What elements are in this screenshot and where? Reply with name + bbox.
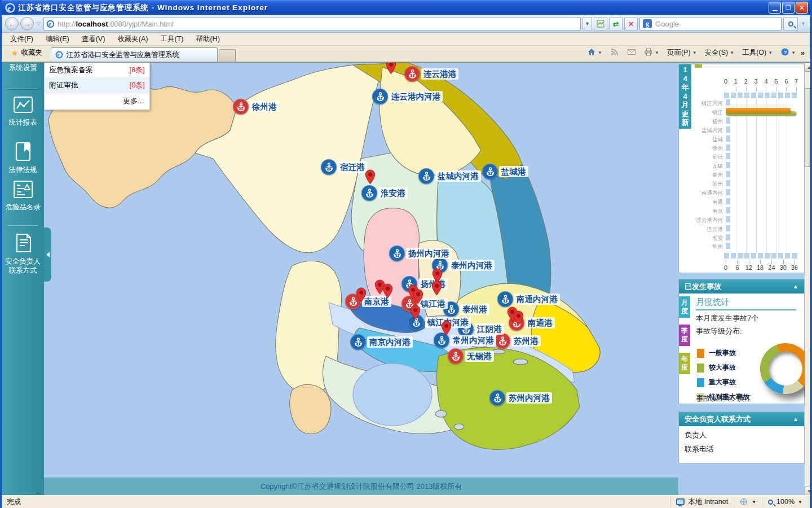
- restore-button[interactable]: ❐: [782, 2, 795, 14]
- port-anchor-icon[interactable]: [389, 246, 405, 261]
- sidebar-item-2[interactable]: 法律法规: [2, 142, 44, 174]
- scroll-down-button[interactable]: ▼: [805, 487, 810, 495]
- port-label[interactable]: 连云港内河港: [389, 91, 443, 102]
- port-label[interactable]: 江阴港: [475, 323, 504, 335]
- port-anchor-icon[interactable]: [448, 348, 464, 364]
- search-input[interactable]: g Google: [639, 17, 782, 30]
- port-label[interactable]: 南通内河港: [514, 294, 560, 305]
- page-scrollbar[interactable]: ▲ ▼: [805, 63, 810, 495]
- collapse-arrow-icon[interactable]: ▲: [793, 416, 798, 422]
- province-map[interactable]: 徐州港连云港港连云港内河港宿迁港淮安港盐城内河港盐城港扬州内河港泰州内河港扬州港…: [44, 63, 678, 478]
- read-mail-button[interactable]: [624, 46, 639, 59]
- port-label[interactable]: 常州内河港: [451, 335, 496, 346]
- zoom-control[interactable]: 100% ▼: [762, 497, 808, 507]
- port-label[interactable]: 扬州内河港: [406, 248, 452, 259]
- collapse-arrow-icon[interactable]: ▲: [793, 283, 798, 290]
- chart-zero-stub: [726, 153, 730, 159]
- safety-menu-button[interactable]: 安全(S)▼: [702, 47, 738, 59]
- port-label[interactable]: 盐城内河港: [435, 170, 481, 182]
- feeds-button[interactable]: [607, 46, 622, 59]
- incident-pin-icon[interactable]: [431, 281, 443, 296]
- incident-pin-icon[interactable]: [382, 283, 394, 299]
- incident-pin-icon[interactable]: [409, 305, 421, 320]
- legend-item-0: 一般事故: [697, 348, 736, 358]
- legend-color-chip: [697, 378, 704, 387]
- port-label[interactable]: 苏州内河港: [506, 392, 552, 404]
- port-label[interactable]: 徐州港: [250, 101, 279, 112]
- contact-panel-header[interactable]: 安全负责人联系方式 ▲: [679, 412, 804, 426]
- port-anchor-icon[interactable]: [321, 159, 337, 175]
- new-tab-stub[interactable]: [219, 49, 236, 62]
- history-dropdown-icon[interactable]: ▽: [36, 21, 42, 27]
- home-button[interactable]: ▼: [584, 46, 605, 59]
- port-anchor-icon[interactable]: [233, 99, 249, 115]
- quick-task-row-0[interactable]: 应急预案备案[8条]: [45, 63, 149, 78]
- menu-item-4[interactable]: 工具(T): [154, 33, 189, 46]
- more-commands-icon[interactable]: »: [801, 49, 805, 57]
- port-label[interactable]: 无锡港: [465, 351, 494, 362]
- stop-button[interactable]: ✕: [624, 17, 638, 30]
- chevron-down-icon: ▼: [692, 50, 697, 55]
- compatibility-button[interactable]: [594, 17, 607, 30]
- port-label[interactable]: 连云港港: [421, 68, 458, 80]
- port-label[interactable]: 泰州港: [460, 304, 489, 315]
- menu-item-2[interactable]: 查看(V): [76, 33, 112, 46]
- port-label[interactable]: 苏州港: [511, 335, 541, 347]
- port-anchor-icon[interactable]: [497, 291, 513, 307]
- url-dropdown-button[interactable]: ▼: [582, 17, 592, 30]
- incident-pin-icon[interactable]: [355, 287, 367, 303]
- page-menu-button[interactable]: 页面(P)▼: [664, 47, 700, 59]
- sidebar-collapse-handle[interactable]: [44, 227, 51, 282]
- menu-item-1[interactable]: 编辑(E): [39, 33, 76, 46]
- close-button[interactable]: ✕: [796, 2, 808, 14]
- incident-pin-icon[interactable]: [513, 310, 524, 326]
- incident-pin-icon[interactable]: [385, 62, 397, 75]
- svg-text:e: e: [58, 52, 60, 58]
- port-anchor-icon[interactable]: [404, 66, 420, 82]
- port-label[interactable]: 淮安港: [378, 187, 408, 199]
- forward-button[interactable]: →: [20, 17, 34, 30]
- incident-pin-icon[interactable]: [440, 321, 452, 336]
- port-anchor-icon[interactable]: [495, 333, 510, 349]
- port-anchor-icon[interactable]: [361, 185, 377, 201]
- help-button[interactable]: ?▼: [778, 46, 798, 59]
- back-button[interactable]: ←: [5, 17, 19, 30]
- tools-menu-button[interactable]: 工具(O)▼: [739, 47, 775, 59]
- port-anchor-icon[interactable]: [350, 334, 366, 350]
- port-anchor-icon[interactable]: [482, 164, 498, 179]
- port-label[interactable]: 盐城港: [499, 166, 528, 177]
- scrollbar-thumb[interactable]: [805, 88, 810, 167]
- incident-pin-icon[interactable]: [364, 169, 376, 185]
- period-tab-2[interactable]: 年度: [679, 353, 690, 374]
- port-label[interactable]: 泰州内河港: [449, 260, 495, 271]
- port-anchor-icon[interactable]: [489, 390, 505, 406]
- print-button[interactable]: ▼: [641, 46, 662, 59]
- minimize-button[interactable]: ▁: [769, 2, 781, 14]
- sidebar-item-0[interactable]: 系统设置: [2, 63, 44, 72]
- menu-item-0[interactable]: 文件(F): [4, 33, 39, 46]
- tab-active[interactable]: e 江苏省港口安全监管与应急管理系统: [51, 47, 218, 62]
- search-dropdown-icon[interactable]: ▼: [800, 21, 807, 27]
- protected-mode-control[interactable]: ▼: [734, 497, 762, 507]
- menu-item-5[interactable]: 帮助(H): [189, 33, 226, 46]
- refresh-button[interactable]: ⇄: [609, 17, 623, 30]
- favorites-button[interactable]: ★ 收藏夹: [6, 46, 47, 60]
- accident-panel-header[interactable]: 已发生事故 ▲: [679, 279, 804, 294]
- period-tab-1[interactable]: 季度: [679, 325, 690, 346]
- quick-task-row-1[interactable]: 附证审批[0条]: [45, 78, 149, 93]
- search-button[interactable]: [783, 17, 798, 30]
- sidebar-item-1[interactable]: 统计报表: [2, 95, 44, 127]
- port-label[interactable]: 南通港: [526, 317, 555, 329]
- port-label[interactable]: 宿迁港: [338, 161, 367, 173]
- sidebar-item-3[interactable]: 危险品名录: [2, 180, 44, 212]
- period-tab-0[interactable]: 月度: [679, 296, 690, 318]
- port-anchor-icon[interactable]: [372, 89, 388, 104]
- url-field[interactable]: e http://localhost:8080/yjpt/Main.html: [43, 17, 581, 30]
- port-anchor-icon[interactable]: [418, 168, 434, 184]
- incident-pin-icon[interactable]: [412, 289, 424, 304]
- sidebar-item-4[interactable]: 安全负责人联系方式: [2, 233, 44, 275]
- quick-more-link[interactable]: 更多...: [45, 93, 149, 110]
- menu-item-3[interactable]: 收藏夹(A): [111, 33, 154, 46]
- port-label[interactable]: 南京内河港: [367, 336, 413, 348]
- scroll-up-button[interactable]: ▲: [805, 63, 810, 72]
